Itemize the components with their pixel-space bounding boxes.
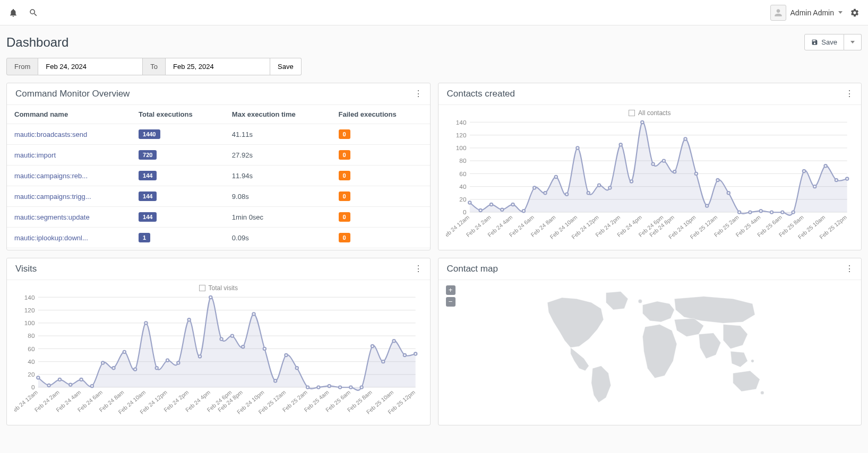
svg-point-100 <box>177 362 179 364</box>
widget-menu-contact-map[interactable]: ⋮ <box>845 265 853 273</box>
svg-point-49 <box>824 164 827 167</box>
from-date-input[interactable] <box>38 58 143 75</box>
cell-failed: 0 <box>331 124 430 145</box>
svg-point-111 <box>296 367 298 369</box>
svg-point-39 <box>716 179 719 181</box>
bell-icon[interactable] <box>8 8 18 18</box>
table-row: mautic:campaigns:reb...14411.94s0 <box>7 165 430 186</box>
command-monitor-table: Command name Total executions Max execut… <box>7 105 430 248</box>
svg-point-117 <box>360 386 363 389</box>
svg-point-16 <box>468 201 471 204</box>
svg-text:40: 40 <box>459 183 467 190</box>
svg-point-118 <box>371 345 374 347</box>
svg-point-46 <box>792 211 794 213</box>
chart-contacts-created: 020406080100120140Feb 24 12amFeb 24 2amF… <box>446 119 854 246</box>
cell-total: 1440 <box>131 124 225 145</box>
search-icon[interactable] <box>29 8 38 18</box>
map-zoom-out[interactable]: − <box>446 297 456 307</box>
table-row: mautic:iplookup:downl...10.09s0 <box>7 228 430 248</box>
cell-command-name[interactable]: mautic:campaigns:trigg... <box>7 186 131 207</box>
date-save-button[interactable]: Save <box>270 58 302 75</box>
svg-point-44 <box>770 211 772 213</box>
svg-point-96 <box>134 368 136 371</box>
svg-text:20: 20 <box>28 371 35 378</box>
badge-failed: 0 <box>339 171 350 180</box>
svg-point-21 <box>522 210 525 212</box>
from-label: From <box>6 58 38 75</box>
svg-point-103 <box>209 296 212 299</box>
svg-point-116 <box>349 386 352 389</box>
gear-icon[interactable] <box>850 8 860 18</box>
svg-point-51 <box>846 177 848 180</box>
col-total: Total executions <box>131 105 225 124</box>
svg-point-92 <box>91 385 93 387</box>
badge-failed: 0 <box>339 150 350 160</box>
widget-menu-visits[interactable]: ⋮ <box>414 265 422 273</box>
cell-max: 27.92s <box>225 145 331 165</box>
col-max: Max execution time <box>225 105 331 124</box>
svg-point-27 <box>587 191 589 194</box>
svg-point-105 <box>231 335 234 337</box>
badge-failed: 0 <box>339 233 350 242</box>
cell-total: 720 <box>131 145 225 165</box>
user-menu[interactable]: Admin Admin <box>770 5 843 21</box>
cell-command-name[interactable]: mautic:broadcasts:send <box>7 124 131 145</box>
svg-point-89 <box>58 378 61 381</box>
svg-point-144 <box>760 391 763 394</box>
svg-text:140: 140 <box>24 294 35 301</box>
svg-point-24 <box>554 176 557 178</box>
svg-point-142 <box>638 299 642 303</box>
svg-point-104 <box>220 338 222 341</box>
svg-point-122 <box>414 353 417 355</box>
svg-point-90 <box>69 384 72 386</box>
svg-point-94 <box>112 367 115 369</box>
cell-command-name[interactable]: mautic:campaigns:reb... <box>7 165 131 186</box>
table-row: mautic:broadcasts:send144041.11s0 <box>7 124 430 145</box>
save-dropdown-toggle[interactable] <box>844 34 862 50</box>
widget-title-command-monitor: Command Monitor Overview <box>15 89 130 99</box>
legend-swatch <box>199 285 205 291</box>
cell-command-name[interactable]: mautic:iplookup:downl... <box>7 228 131 248</box>
legend-contacts-created[interactable]: All contacts <box>446 109 854 117</box>
svg-point-26 <box>576 146 579 149</box>
table-row: mautic:import72027.92s0 <box>7 145 430 165</box>
cell-max: 1min 0sec <box>225 207 331 228</box>
svg-point-18 <box>489 203 492 206</box>
svg-text:100: 100 <box>24 319 35 326</box>
cell-command-name[interactable]: mautic:import <box>7 145 131 165</box>
world-map[interactable] <box>446 285 854 407</box>
badge-failed: 0 <box>339 191 350 201</box>
svg-point-120 <box>392 339 395 342</box>
badge-executions: 720 <box>139 150 157 160</box>
svg-point-37 <box>694 172 697 175</box>
svg-point-20 <box>511 203 514 206</box>
svg-point-36 <box>684 137 686 140</box>
svg-text:120: 120 <box>456 132 466 138</box>
svg-point-41 <box>737 211 740 213</box>
svg-point-143 <box>751 360 754 363</box>
svg-text:20: 20 <box>459 196 467 203</box>
svg-point-109 <box>274 379 277 382</box>
badge-executions: 144 <box>139 171 157 180</box>
svg-point-108 <box>263 347 266 350</box>
badge-failed: 0 <box>339 212 350 222</box>
cell-failed: 0 <box>331 145 430 165</box>
svg-point-93 <box>101 362 104 364</box>
save-button[interactable]: Save <box>804 34 844 50</box>
svg-point-88 <box>47 384 50 387</box>
widget-menu-contacts-created[interactable]: ⋮ <box>845 90 853 98</box>
cell-total: 144 <box>131 186 225 207</box>
svg-text:40: 40 <box>28 358 35 365</box>
cell-command-name[interactable]: mautic:segments:update <box>7 207 131 228</box>
legend-label: Total visits <box>209 284 238 292</box>
svg-point-106 <box>242 345 244 348</box>
table-row: mautic:segments:update1441min 0sec0 <box>7 207 430 228</box>
svg-text:100: 100 <box>456 144 466 151</box>
to-label: To <box>143 58 166 75</box>
legend-visits[interactable]: Total visits <box>14 284 423 292</box>
widget-menu-command-monitor[interactable]: ⋮ <box>414 90 422 98</box>
svg-point-17 <box>479 209 482 212</box>
cell-failed: 0 <box>331 228 430 248</box>
to-date-input[interactable] <box>166 58 270 75</box>
map-zoom-in[interactable]: + <box>446 285 456 295</box>
